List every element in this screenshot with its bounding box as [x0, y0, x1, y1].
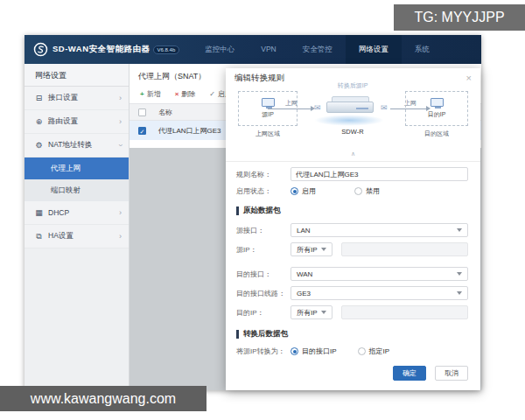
interface-icon: ⊟ — [33, 94, 45, 102]
dest-ip-field-label: 目的IP： — [236, 308, 290, 318]
source-ip-field-label: 源IP： — [236, 245, 290, 255]
cancel-button[interactable]: 取消 — [435, 366, 468, 381]
dest-zone-box: 目的IP — [405, 91, 468, 126]
edit-rule-dialog: 编辑转换规则 × 源IP 上网区域 上网 ✉ 转换后源IP SDW-R ✉ 上网… — [226, 68, 480, 390]
nav-network-settings[interactable]: 网络设置 — [346, 35, 402, 64]
sidebar-title: 网络设置 — [24, 64, 129, 87]
rule-name-label: 规则名称： — [236, 170, 290, 179]
caret-down-icon — [457, 228, 462, 232]
site-watermark: www.kawangwang.com — [0, 386, 206, 411]
dest-line-select[interactable]: GE3 — [290, 286, 468, 300]
sidebar-item-label: NAT地址转换 — [48, 140, 92, 150]
sidebar-item-label: HA设置 — [48, 231, 74, 242]
sidebar-subitem-port-mapping[interactable]: 端口映射 — [24, 179, 129, 201]
router-name-label: SDW-R — [309, 128, 396, 136]
rule-name-input[interactable] — [290, 167, 468, 181]
caret-down-icon — [321, 248, 326, 251]
routing-icon: ⊕ — [33, 117, 45, 126]
dhcp-icon: ▦ — [33, 208, 45, 217]
plus-icon: + — [140, 90, 144, 98]
dest-zone-label: 目的区域 — [405, 130, 468, 138]
sidebar-item-routing-settings[interactable]: ⊕ 路由设置 › — [24, 110, 129, 134]
status-label: 启用状态： — [236, 186, 290, 196]
sidebar-item-label: DHCP — [48, 208, 69, 217]
status-disable-radio[interactable] — [354, 187, 362, 195]
nav-vpn[interactable]: VPN — [248, 35, 289, 64]
dest-ip-label: 目的IP — [428, 110, 446, 119]
dialog-title: 编辑转换规则 — [234, 73, 284, 84]
logo: SD-WAN安全智能路由器 V6.8.4b — [24, 42, 179, 57]
caret-down-icon — [457, 272, 462, 276]
nat-flow-diagram: 源IP 上网区域 上网 ✉ 转换后源IP SDW-R ✉ 上网 目的IP 目的区… — [226, 89, 480, 152]
caret-down-icon — [457, 291, 462, 295]
sidebar: 网络设置 ⊟ 接口设置 › ⊕ 路由设置 › ⚙ NAT地址转换 › 代理上网 … — [24, 64, 130, 390]
version-badge: V6.8.4b — [153, 46, 180, 54]
dest-interface-label: 目的接口： — [236, 270, 290, 279]
packet-envelope-left-icon: ✉ — [314, 103, 321, 112]
section-translated-packet: 转换后数据包 — [236, 329, 468, 340]
nav-system[interactable]: 系统 — [402, 35, 443, 64]
source-host-icon — [262, 98, 275, 107]
sidebar-subitem-proxy-internet[interactable]: 代理上网 — [24, 158, 129, 179]
dest-interface-ip-label: 目的接口IP — [302, 346, 337, 356]
brand-swirl-icon — [33, 42, 48, 57]
dest-interface-ip-radio[interactable] — [290, 347, 298, 355]
row-name: 代理LAN口上网GE3 — [158, 126, 221, 136]
sidebar-item-nat-translation[interactable]: ⚙ NAT地址转换 › — [24, 134, 129, 158]
dest-interface-select[interactable]: WAN — [290, 267, 468, 281]
column-header-name: 名称 — [158, 108, 172, 117]
dest-ip-type-select[interactable]: 所有IP — [290, 305, 332, 319]
specified-ip-radio[interactable] — [358, 347, 366, 355]
source-ip-label: 源IP — [262, 110, 274, 119]
select-all-checkbox[interactable] — [138, 108, 146, 116]
chevron-right-icon: › — [119, 94, 122, 102]
source-interface-label: 源接口： — [236, 226, 290, 235]
nav-monitor-center[interactable]: 监控中心 — [192, 35, 248, 64]
chevron-right-icon: › — [119, 117, 122, 126]
nat-gear-icon: ⚙ — [33, 141, 45, 150]
status-disable-label: 禁用 — [366, 186, 380, 196]
ok-button[interactable]: 确定 — [393, 366, 426, 381]
dialog-footer: 确定 取消 — [393, 366, 468, 381]
ha-icon: ⧉ — [33, 232, 45, 242]
sidebar-item-interface-settings[interactable]: ⊟ 接口设置 › — [24, 87, 129, 110]
top-nav: 监控中心 VPN 安全管控 网络设置 系统 — [192, 35, 442, 64]
nav-security-control[interactable]: 安全管控 — [290, 35, 346, 64]
x-icon: × — [175, 90, 179, 98]
arrow-left-label: 上网 — [275, 99, 308, 108]
check-icon: ✓ — [209, 90, 215, 98]
delete-button[interactable]: ×删除 — [175, 89, 196, 99]
status-enable-label: 启用 — [302, 186, 316, 196]
specified-ip-label: 指定IP — [369, 346, 390, 356]
section-original-packet: 原始数据包 — [236, 206, 468, 216]
source-ip-type-select[interactable]: 所有IP — [290, 242, 332, 256]
add-button[interactable]: +新增 — [140, 89, 161, 99]
top-header-bar: SD-WAN安全智能路由器 V6.8.4b 监控中心 VPN 安全管控 网络设置… — [24, 35, 481, 64]
translated-source-ip-label: 转换后源IP — [309, 81, 396, 90]
translate-to-label: 将源IP转换为： — [236, 346, 290, 356]
caret-down-icon — [321, 311, 326, 314]
dest-line-label: 目的接口线路： — [236, 289, 290, 298]
collapse-diagram-icon[interactable]: ∧ — [226, 150, 480, 158]
row-checkbox-checked[interactable]: ✓ — [138, 127, 146, 135]
sidebar-item-label: 路由设置 — [48, 116, 78, 127]
app-title: SD-WAN安全智能路由器 — [52, 44, 150, 55]
tg-watermark: TG: MYYJJPP — [394, 4, 525, 31]
arrow-left — [268, 108, 312, 109]
chevron-right-icon: › — [119, 232, 122, 241]
app-window: SD-WAN安全智能路由器 V6.8.4b 监控中心 VPN 安全管控 网络设置… — [24, 35, 481, 390]
router-device-icon — [326, 102, 374, 113]
close-icon[interactable]: × — [466, 74, 472, 83]
dest-ip-disabled-input — [341, 305, 468, 319]
status-enable-radio[interactable] — [290, 187, 298, 195]
source-interface-select[interactable]: LAN — [290, 223, 468, 237]
chevron-down-icon: › — [116, 144, 125, 147]
source-ip-disabled-input — [341, 242, 468, 256]
section-bar — [236, 330, 239, 339]
dest-host-icon — [430, 98, 444, 107]
rule-form: 规则名称： 启用状态： 启用 禁用 原始数据包 源接口： LAN — [226, 162, 480, 356]
sidebar-item-label: 接口设置 — [48, 93, 78, 103]
sidebar-item-ha-settings[interactable]: ⧉ HA设置 › — [24, 225, 129, 248]
router-glow — [314, 115, 384, 126]
sidebar-item-dhcp[interactable]: ▦ DHCP › — [24, 201, 129, 225]
